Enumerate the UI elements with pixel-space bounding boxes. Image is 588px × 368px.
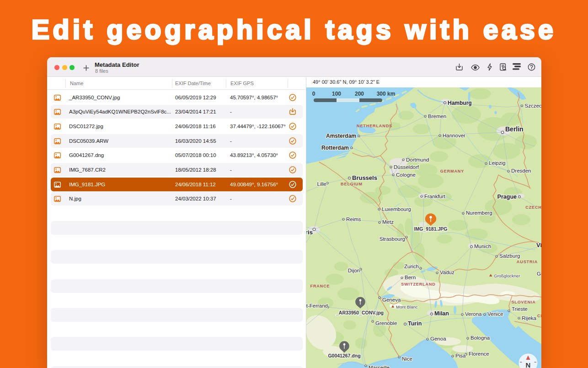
svg-text:Dortmund: Dortmund (406, 157, 429, 162)
svg-text:G0041267.dng: G0041267.dng (328, 353, 360, 358)
svg-text:Geneva: Geneva (382, 297, 401, 303)
svg-text:AUSTRIA: AUSTRIA (517, 260, 538, 264)
svg-text:CZECH: CZECH (525, 205, 541, 210)
svg-text:Florence: Florence (469, 351, 489, 357)
svg-text:Dijon: Dijon (348, 268, 360, 273)
svg-text:Hamburg: Hamburg (448, 100, 472, 106)
svg-text:CROATIA: CROATIA (537, 314, 541, 318)
svg-text:Pisa: Pisa (455, 353, 466, 358)
svg-text:Hannover: Hannover (443, 133, 465, 138)
svg-text:Bern: Bern (405, 275, 416, 280)
svg-text:Zurich: Zurich (404, 264, 419, 269)
svg-text:Düsseldorf: Düsseldorf (394, 164, 419, 170)
svg-text:Rijeka: Rijeka (522, 315, 537, 321)
svg-text:Szczecin: Szczecin (525, 103, 542, 108)
svg-text:Trieste: Trieste (512, 306, 528, 312)
svg-text:Rotterdam: Rotterdam (321, 145, 349, 151)
svg-text:Salzburg: Salzburg (499, 253, 520, 259)
svg-text:Grenoble: Grenoble (375, 320, 397, 326)
svg-text:Milan: Milan (434, 310, 449, 317)
svg-text:Metz: Metz (382, 219, 394, 225)
svg-text:Vaduz: Vaduz (440, 270, 454, 275)
svg-text:Leipzig: Leipzig (489, 160, 505, 166)
svg-text:Großglockner: Großglockner (494, 273, 520, 278)
svg-text:Strasbourg: Strasbourg (380, 236, 405, 242)
svg-text:Mont Blanc: Mont Blanc (396, 304, 418, 309)
svg-text:Munich: Munich (474, 244, 491, 249)
svg-text:Marseille: Marseille (369, 365, 390, 368)
svg-text:N: N (526, 361, 531, 368)
svg-text:IMG_9181.JPG: IMG_9181.JPG (414, 226, 448, 232)
svg-text:Bologna: Bologna (470, 335, 490, 341)
svg-text:Lille: Lille (317, 181, 326, 187)
svg-text:Paris: Paris (306, 229, 313, 236)
svg-text:BELGIUM: BELGIUM (341, 182, 363, 186)
svg-text:Nuremberg: Nuremberg (466, 210, 492, 216)
svg-text:_AR33950_CONV.jpg: _AR33950_CONV.jpg (336, 310, 384, 315)
svg-text:GERMANY: GERMANY (440, 169, 464, 173)
svg-text:SWITZERLAND: SWITZERLAND (401, 282, 435, 287)
svg-text:Prague: Prague (497, 194, 517, 200)
svg-text:NETHERLANDS: NETHERLANDS (357, 124, 392, 128)
svg-text:Luxembourg: Luxembourg (382, 206, 411, 212)
svg-text:0: 0 (312, 91, 315, 97)
svg-text:FRANCE: FRANCE (310, 284, 330, 288)
svg-text:Vienna: Vienna (536, 242, 541, 249)
svg-text:Genoa: Genoa (430, 336, 446, 341)
svg-text:Dresden: Dresden (511, 168, 531, 173)
svg-text:100: 100 (332, 91, 341, 97)
svg-text:Nice: Nice (402, 356, 412, 362)
svg-text:Verona: Verona (465, 311, 482, 317)
svg-text:Frankfurt: Frankfurt (424, 194, 446, 199)
svg-text:Venice: Venice (487, 311, 503, 317)
svg-text:Berlin: Berlin (505, 125, 524, 133)
svg-text:Cologne: Cologne (396, 172, 416, 178)
svg-text:200: 200 (355, 91, 364, 97)
svg-text:300 km: 300 km (377, 91, 396, 97)
svg-text:Brussels: Brussels (352, 174, 377, 181)
svg-text:Graz: Graz (537, 271, 541, 276)
svg-text:SLOVENIA: SLOVENIA (511, 300, 535, 304)
svg-text:Turin: Turin (408, 320, 422, 327)
svg-text:Bremen: Bremen (428, 114, 446, 119)
svg-text:Reims: Reims (346, 216, 361, 222)
svg-text:Amsterdam: Amsterdam (326, 133, 356, 139)
svg-text:Clermont-Ferrand: Clermont-Ferrand (306, 303, 328, 308)
